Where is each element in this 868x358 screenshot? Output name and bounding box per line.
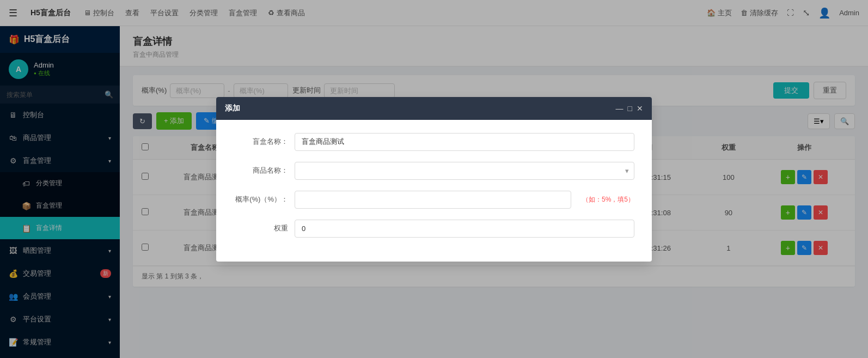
modal-body: 盲盒名称： 商品名称： ▾ 概率(%)（%）： （如：5%，填5） bbox=[216, 120, 652, 262]
modal-overlay: 添加 — □ ✕ 盲盒名称： 商品名称： ▾ bbox=[0, 0, 868, 358]
weight-input[interactable] bbox=[295, 220, 634, 238]
modal-header: 添加 — □ ✕ bbox=[216, 97, 652, 120]
product-select-wrapper: ▾ bbox=[295, 162, 634, 180]
product-select[interactable] bbox=[295, 162, 634, 180]
blindbox-name-input[interactable] bbox=[295, 133, 634, 151]
modal-close-button[interactable]: ✕ bbox=[637, 105, 643, 112]
modal-controls: — □ ✕ bbox=[616, 105, 643, 112]
product-name-row: 商品名称： ▾ bbox=[234, 162, 634, 180]
modal-maximize-button[interactable]: □ bbox=[628, 105, 632, 112]
rate-row: 概率(%)（%）： （如：5%，填5） bbox=[234, 191, 634, 209]
rate-input[interactable] bbox=[295, 191, 571, 209]
rate-label: 概率(%)（%）： bbox=[234, 195, 288, 204]
rate-hint: （如：5%，填5） bbox=[582, 195, 634, 204]
modal-minimize-button[interactable]: — bbox=[616, 105, 624, 112]
blindbox-name-row: 盲盒名称： bbox=[234, 133, 634, 151]
blindbox-name-label: 盲盒名称： bbox=[234, 137, 288, 147]
add-modal: 添加 — □ ✕ 盲盒名称： 商品名称： ▾ bbox=[216, 97, 652, 262]
weight-row: 权重 bbox=[234, 220, 634, 238]
product-name-label: 商品名称： bbox=[234, 166, 288, 175]
weight-label: 权重 bbox=[234, 223, 288, 233]
modal-title: 添加 bbox=[225, 104, 240, 113]
